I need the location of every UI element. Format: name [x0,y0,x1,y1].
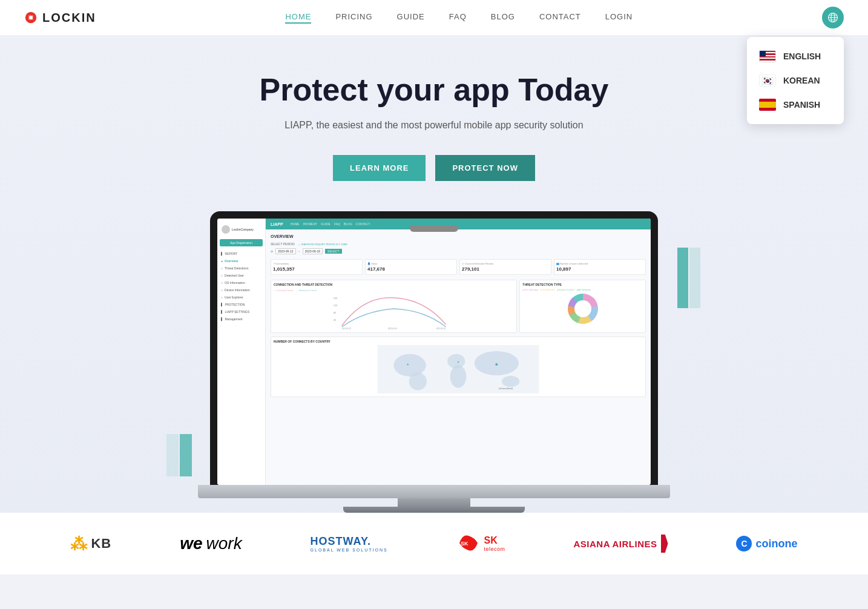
language-dropdown: ENGLISH 🇰🇷 KOREAN SPANISH [747,37,844,124]
db-menu-overview[interactable]: ● Overview [220,257,263,265]
db-menu-bar-icon: ▌ [221,252,223,255]
svg-text:40: 40 [334,318,337,321]
svg-point-16 [409,372,427,390]
logo[interactable]: LOCKIN [24,11,96,25]
navbar: LOCKIN HOME PRICING GUIDE FAQ BLOG CONTA… [0,0,868,35]
svg-text:80: 80 [334,311,337,314]
db-menu-device[interactable]: ○ Device Information [220,286,263,294]
flag-us-icon [759,50,776,62]
brand-sk: SK SK telecom [456,531,505,556]
db-topbar-links: HOME PAYMENT GUIDE FAQ BLOG CONTACT [291,222,370,226]
db-menu-circle-icon: ● [221,259,223,263]
db-app-reg-button[interactable]: App Registration [220,239,263,246]
db-topbar-blog: BLOG [344,222,352,226]
deco-rect-teal-left [180,434,192,476]
db-content: OVERVIEW SELECT PERIOD — DIAGNOSIS INQUI… [266,229,651,402]
db-menu-threat[interactable]: ○ Threat Detections [220,265,263,272]
deco-rect-teal-right [677,248,688,308]
protect-now-button[interactable]: PROTECT NOW [435,155,535,181]
lang-spanish[interactable]: SPANISH [747,93,844,117]
db-period-label: SELECT PERIOD — DIAGNOSIS INQUIRY PERIOD… [271,242,646,246]
nav-links: HOME PRICING GUIDE FAQ BLOG CONTACT LOGI… [285,12,633,24]
brand-asiana-text: ASIANA AIRLINES [573,539,657,549]
logo-icon [24,11,38,24]
db-menu-report[interactable]: ▌ REPORT [220,250,263,257]
svg-text:2023-06-12: 2023-06-12 [342,328,352,329]
db-map-section: NUMBER OF CONNECTS BY COUNTRY [271,337,646,397]
deco-rect-light-left [166,434,179,476]
lang-english[interactable]: ENGLISH [747,44,844,68]
brand-sk-logo: SK [456,531,481,556]
flag-es-icon [759,99,776,111]
lang-spanish-label: SPANISH [783,100,820,110]
db-stat-users-val: 417,678 [367,266,455,272]
nav-contact[interactable]: CONTACT [539,12,581,24]
db-menu-liapp-settings[interactable]: ▌ LIAPP SETTINGS [220,308,263,315]
brands-bar: ⁂ KB we work HOSTWAY. GLOBAL WEB SOLUTIO… [0,513,868,574]
db-menu-detected-user[interactable]: ○ Detected User [220,272,263,279]
brand-coinone-text: coinone [755,538,797,550]
db-stat-connections-val: 1,015,357 [273,266,360,272]
db-stat-users-detected-val: 10,897 [556,266,643,272]
db-menu-gear-icon: ▌ [221,310,223,314]
db-date-row: ⊙ 2023-06-12 ~ 2023-06-16 SELECT [271,248,646,254]
brand-sk-main: SK [484,535,505,546]
db-topbar-faq: FAQ [334,222,340,226]
brand-coinone-icon: C [736,536,752,551]
logo-text: LOCKIN [42,11,96,25]
lang-korean[interactable]: 🇰🇷 KOREAN [747,68,844,93]
db-stat-users: 👤 Users 417,678 [365,259,457,275]
laptop-screen-inner: LockinCompany App Registration ▌ REPORT … [217,219,651,485]
db-date-from[interactable]: 2023-06-12 [275,248,296,254]
db-menu-user-explorer[interactable]: ○ User Explorer [220,294,263,301]
svg-text:SK: SK [461,541,469,547]
nav-pricing[interactable]: PRICING [335,12,372,24]
db-menu-os[interactable]: ○ OS Information [220,279,263,286]
nav-faq[interactable]: FAQ [449,12,467,24]
db-menu-protection[interactable]: ▌ PROTECTION [220,301,263,308]
db-select-button[interactable]: SELECT [325,249,341,254]
svg-text:● Korea (Seoul): ● Korea (Seoul) [499,387,513,390]
svg-text:2023-06-14: 2023-06-14 [388,328,398,329]
brand-sk-text: SK telecom [484,535,505,552]
db-stat-users-label: 👤 Users [367,262,455,265]
db-line-chart-title: CONNECTION AND THREAT DETECTION [274,283,514,286]
brand-hostway: HOSTWAY. GLOBAL WEB SOLUTIONS [311,535,388,552]
db-sidebar: LockinCompany App Registration ▌ REPORT … [217,219,266,485]
db-user: LockinCompany [220,223,263,235]
db-stats-row: ↗ Connections 1,015,357 👤 Users 417,678 … [271,259,646,275]
brand-kb: ⁂ KB [70,534,111,554]
brand-kb-text: KB [91,536,111,551]
brand-wework: we work [180,534,242,553]
db-menu-management[interactable]: ▌ Management [220,315,263,323]
db-main: LIAPP HOME PAYMENT GUIDE FAQ BLOG CONTAC… [266,219,651,485]
db-charts-row: CONNECTION AND THREAT DETECTION — Connec… [271,280,646,333]
db-menu-dot4-icon: ○ [221,288,223,292]
nav-home[interactable]: HOME [285,12,311,24]
lang-english-label: ENGLISH [783,51,821,61]
db-stat-threats-val: 279,101 [462,266,549,272]
laptop-base [198,485,670,498]
db-line-chart-svg: 160 120 80 40 2 [274,293,514,329]
nav-guide[interactable]: GUIDE [397,12,425,24]
nav-right: ENGLISH 🇰🇷 KOREAN SPANISH [822,7,844,28]
db-line-chart-box: CONNECTION AND THREAT DETECTION — Connec… [271,280,517,333]
language-button[interactable] [822,7,844,28]
nav-login[interactable]: LOGIN [605,12,633,24]
svg-text:120: 120 [334,304,338,307]
nav-blog[interactable]: BLOG [491,12,515,24]
db-topbar-logo: LIAPP [271,222,283,226]
svg-text:2023-06-16: 2023-06-16 [436,328,446,329]
db-stat-users-detected: 👥 Number of users detected 10,897 [554,259,646,275]
laptop-mockup: LockinCompany App Registration ▌ REPORT … [198,211,670,513]
hero-subtitle: LIAPP, the easiest and the most powerful… [284,120,583,131]
globe-icon [827,12,838,23]
db-map-title: NUMBER OF CONNECTS BY COUNTRY [274,340,643,343]
svg-point-18 [450,365,467,387]
lang-korean-label: KOREAN [783,76,820,85]
learn-more-button[interactable]: LEARN MORE [333,155,426,181]
hero-title: Protect your app Today [260,71,609,108]
db-date-to[interactable]: 2023-06-16 [303,248,323,254]
db-chart-legend: — Connect Count — Detection Count [274,289,514,292]
db-menu-dot3-icon: ○ [221,281,223,285]
